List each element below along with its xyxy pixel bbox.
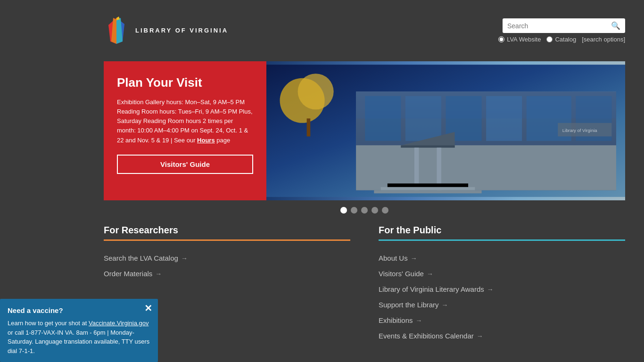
radio-lva-input[interactable]: [498, 36, 504, 42]
radio-lva-label: LVA Website: [507, 36, 541, 43]
vaccine-banner-title: Need a vaccine?: [8, 305, 150, 316]
svg-rect-23: [381, 187, 475, 190]
visitors-guide-button[interactable]: Visitors' Guide: [117, 155, 253, 174]
carousel-wrapper: Plan Your Visit Exhibition Gallery hours…: [104, 61, 625, 220]
exhibitions-text: Exhibitions: [379, 316, 413, 324]
vaccine-close-button[interactable]: ✕: [144, 304, 152, 313]
slide-content-panel: Plan Your Visit Exhibition Gallery hours…: [104, 61, 266, 200]
main-wrapper: For Researchers Search the LVA Catalog →…: [0, 225, 644, 344]
logo-text: LIBRARY OF VIRGINIA: [135, 27, 228, 35]
svg-rect-8: [307, 118, 311, 136]
slide-body-text: Exhibition Gallery hours: Mon–Sat, 9 AM–…: [117, 99, 253, 144]
carousel-dot-4[interactable]: [372, 207, 378, 214]
researchers-divider: [104, 239, 350, 241]
radio-catalog-input[interactable]: [546, 36, 553, 42]
radio-catalog[interactable]: Catalog: [546, 36, 576, 43]
building-illustration: Library of Virginia: [266, 61, 625, 200]
slide-body-suffix: page: [215, 137, 231, 144]
for-the-public-section: For the Public About Us → Visitors' Guid…: [369, 225, 625, 344]
support-library-text: Support the Library: [379, 301, 439, 309]
support-library-link[interactable]: Support the Library →: [379, 297, 625, 313]
literary-awards-text: Library of Virginia Literary Awards: [379, 285, 484, 293]
events-exhibitions-calendar-link[interactable]: Events & Exhibitions Calendar →: [379, 328, 625, 344]
search-input[interactable]: [507, 22, 611, 30]
carousel-dot-5[interactable]: [382, 207, 388, 214]
svg-rect-19: [401, 145, 454, 148]
visitors-guide-text: Visitors' Guide: [379, 270, 424, 278]
arrow-icon-2: →: [155, 270, 162, 278]
slide-image-panel: Library of Virginia: [266, 61, 625, 200]
radio-catalog-label: Catalog: [555, 36, 576, 43]
support-library-arrow: →: [442, 301, 448, 309]
about-us-text: About Us: [379, 254, 408, 262]
vaccine-banner-body: Learn how to get your shot at Vaccinate.…: [8, 319, 150, 355]
about-us-link[interactable]: About Us →: [379, 250, 625, 266]
vaccinate-link[interactable]: Vaccinate.Virginia.gov: [89, 320, 149, 327]
literary-awards-link[interactable]: Library of Virginia Literary Awards →: [379, 281, 625, 297]
literary-awards-arrow: →: [487, 286, 494, 293]
radio-lva-website[interactable]: LVA Website: [498, 36, 541, 43]
carousel: Plan Your Visit Exhibition Gallery hours…: [104, 61, 625, 200]
carousel-dots: [104, 200, 625, 220]
svg-rect-24: [374, 190, 481, 194]
hours-link[interactable]: Hours: [197, 137, 215, 144]
for-researchers-heading: For Researchers: [104, 225, 350, 236]
carousel-dot-2[interactable]: [351, 207, 357, 214]
slide-body: Exhibition Gallery hours: Mon–Sat, 9 AM–…: [117, 98, 253, 145]
events-calendar-text: Events & Exhibitions Calendar: [379, 332, 474, 340]
search-options-link[interactable]: [search options]: [582, 36, 625, 43]
public-divider: [379, 239, 625, 241]
svg-marker-3: [116, 18, 123, 44]
for-public-heading: For the Public: [379, 225, 625, 236]
carousel-dot-3[interactable]: [361, 207, 368, 214]
exhibitions-link[interactable]: Exhibitions →: [379, 313, 625, 328]
search-options: LVA Website Catalog [search options]: [498, 36, 625, 43]
order-materials-link[interactable]: Order Materials →: [104, 266, 350, 281]
svg-rect-22: [388, 183, 468, 187]
about-us-arrow: →: [411, 255, 417, 262]
visitors-guide-link[interactable]: Visitors' Guide →: [379, 266, 625, 281]
search-icon[interactable]: 🔍: [611, 21, 620, 30]
slide-title: Plan Your Visit: [117, 75, 253, 90]
vaccine-banner: Need a vaccine? Learn how to get your sh…: [0, 299, 158, 362]
vaccine-body-text: Learn how to get your shot at: [8, 320, 89, 327]
events-calendar-arrow: →: [477, 332, 483, 340]
carousel-dot-1[interactable]: [340, 207, 347, 214]
vaccine-body-text-2: or call 1-877-VAX-IN VA. 8am - 6pm | Mon…: [8, 329, 149, 354]
site-header: LIBRARY OF VIRGINIA 🔍 LVA Website Catalo…: [0, 0, 644, 61]
order-materials-text: Order Materials: [104, 270, 152, 278]
search-area: 🔍 LVA Website Catalog [search options]: [498, 18, 625, 43]
svg-rect-27: [356, 91, 616, 118]
exhibitions-arrow: →: [416, 317, 422, 324]
svg-point-7: [298, 74, 334, 109]
svg-text:Library of Virginia: Library of Virginia: [562, 128, 597, 133]
search-lva-catalog-text: Search the LVA Catalog: [104, 254, 178, 262]
logo-area: LIBRARY OF VIRGINIA: [104, 16, 228, 46]
search-lva-catalog-link[interactable]: Search the LVA Catalog →: [104, 250, 350, 266]
visitors-guide-arrow: →: [427, 270, 433, 278]
search-box[interactable]: 🔍: [503, 18, 625, 33]
logo-icon: [104, 16, 130, 46]
arrow-icon-1: →: [181, 255, 188, 262]
main-content: For Researchers Search the LVA Catalog →…: [104, 225, 625, 344]
